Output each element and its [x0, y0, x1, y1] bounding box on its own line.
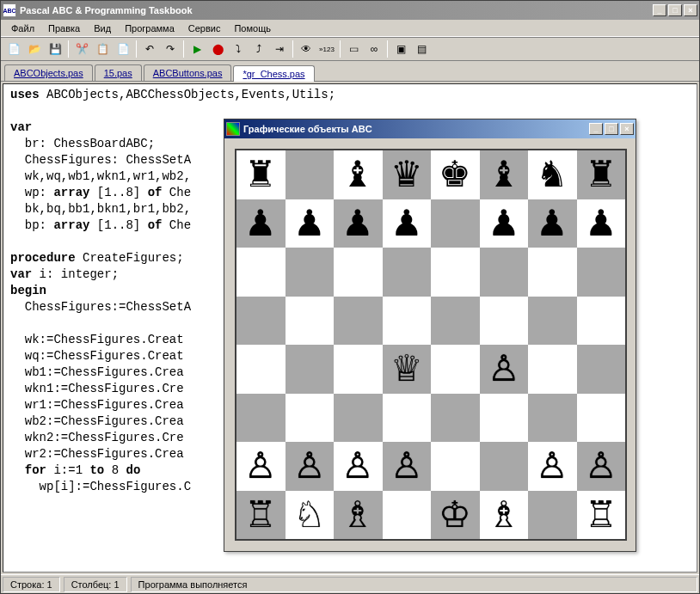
square: ♚: [431, 150, 480, 199]
chess-piece: ♛: [390, 156, 423, 193]
chess-piece: ♖: [244, 497, 277, 533]
chess-piece: ♘: [293, 497, 326, 533]
menu-program[interactable]: Программа: [118, 21, 181, 35]
menu-view[interactable]: Вид: [87, 21, 118, 35]
paste-icon[interactable]: 📄: [114, 40, 132, 58]
menu-file[interactable]: Файл: [4, 21, 41, 35]
square: [528, 394, 577, 443]
run-icon[interactable]: ▶: [187, 40, 206, 58]
main-titlebar[interactable]: ABC Pascal ABC & Programming Taskbook _ …: [1, 1, 699, 20]
square: [528, 297, 577, 346]
chess-piece: ♞: [536, 156, 568, 193]
square: ♙: [528, 442, 577, 491]
square: [286, 394, 335, 443]
redo-icon[interactable]: ↷: [161, 40, 180, 58]
menu-help[interactable]: Помощь: [227, 21, 278, 35]
square: [383, 297, 432, 346]
square: ♟: [577, 199, 626, 248]
stop-icon[interactable]: ⬤: [208, 40, 227, 58]
copy-icon[interactable]: 📋: [93, 40, 112, 58]
chess-piece: ♙: [488, 351, 520, 387]
step-over-icon[interactable]: ⤴: [249, 40, 268, 58]
tab-abcbuttons[interactable]: ABCButtons.pas: [144, 64, 232, 81]
minimize-button[interactable]: _: [653, 4, 666, 16]
step-icon[interactable]: ⤵: [229, 40, 248, 58]
save-file-icon[interactable]: 💾: [46, 40, 64, 58]
chess-piece: ♗: [341, 497, 374, 533]
chess-piece: ♙: [536, 448, 568, 484]
child-close-button[interactable]: ×: [620, 123, 634, 135]
cut-icon[interactable]: ✂️: [72, 40, 91, 58]
square: ♜: [577, 150, 626, 199]
child-maximize-button[interactable]: □: [605, 123, 618, 135]
square: ♟: [528, 199, 577, 248]
child-window-controls: _ □ ×: [589, 123, 634, 135]
trace-icon[interactable]: »123: [317, 40, 336, 58]
square: ♙: [236, 442, 286, 491]
square: [431, 248, 480, 297]
square: [528, 491, 577, 540]
window-title: Pascal ABC & Programming Taskbook: [20, 5, 653, 15]
window-icon[interactable]: ▭: [344, 40, 363, 58]
tab-abcobjects[interactable]: ABCObjects.pas: [4, 64, 93, 81]
square: ♝: [334, 150, 383, 199]
square: ♝: [480, 150, 529, 199]
graphics-window[interactable]: Графические объекты ABC _ □ × ♜♝♛♚♝♞♜♟♟♟…: [224, 119, 636, 552]
chess-piece: ♙: [390, 448, 423, 484]
chess-piece: ♟: [390, 205, 423, 242]
tab-gr-chess[interactable]: *gr_Chess.pas: [233, 65, 314, 82]
square: [431, 199, 480, 248]
square: [431, 345, 480, 394]
child-app-icon: [226, 122, 240, 136]
maximize-button[interactable]: □: [668, 4, 682, 16]
chess-piece: ♟: [293, 205, 326, 242]
square: ♟: [334, 199, 383, 248]
square: [334, 297, 383, 346]
square: ♟: [286, 199, 335, 248]
child-titlebar[interactable]: Графические объекты ABC _ □ ×: [224, 119, 636, 138]
square: [528, 248, 577, 297]
square: ♙: [383, 442, 432, 491]
chess-piece: ♗: [488, 497, 520, 533]
window-controls: _ □ ×: [653, 4, 697, 16]
square: ♙: [480, 345, 529, 394]
square: ♞: [528, 150, 577, 199]
square: [236, 248, 286, 297]
step-out-icon[interactable]: ⇥: [270, 40, 289, 58]
square: [286, 297, 335, 346]
square: [577, 248, 626, 297]
close-button[interactable]: ×: [684, 4, 697, 16]
child-minimize-button[interactable]: _: [589, 123, 603, 135]
editor-tabs: ABCObjects.pas 15.pas ABCButtons.pas *gr…: [1, 61, 699, 82]
square: [236, 394, 286, 443]
square: [577, 345, 626, 394]
square: [334, 394, 383, 443]
menu-edit[interactable]: Правка: [41, 21, 87, 35]
chess-piece: ♕: [390, 351, 423, 387]
square: ♔: [431, 491, 480, 540]
undo-icon[interactable]: ↶: [140, 40, 159, 58]
panel1-icon[interactable]: ▣: [391, 40, 410, 58]
panel2-icon[interactable]: ▤: [412, 40, 431, 58]
menu-service[interactable]: Сервис: [181, 21, 228, 35]
status-message: Программа выполняется: [131, 577, 697, 592]
square: ♗: [334, 491, 383, 540]
tab-15[interactable]: 15.pas: [95, 64, 142, 81]
chess-piece: ♙: [293, 448, 326, 484]
chess-piece: ♟: [585, 205, 617, 242]
square: ♟: [383, 199, 432, 248]
open-file-icon[interactable]: 📂: [25, 40, 44, 58]
square: ♛: [383, 150, 432, 199]
square: [286, 150, 335, 199]
chess-piece: ♟: [488, 205, 520, 242]
link-icon[interactable]: ∞: [365, 40, 384, 58]
chess-piece: ♖: [585, 497, 617, 533]
new-file-icon[interactable]: 📄: [4, 40, 23, 58]
chessboard: ♜♝♛♚♝♞♜♟♟♟♟♟♟♟♕♙♙♙♙♙♙♙♖♘♗♔♗♖: [235, 149, 627, 541]
square: ♖: [236, 491, 286, 540]
square: [383, 394, 432, 443]
chess-piece: ♙: [341, 448, 374, 484]
separator: [183, 40, 184, 58]
watch-icon[interactable]: 👁: [297, 40, 316, 58]
chess-piece: ♙: [244, 448, 277, 484]
